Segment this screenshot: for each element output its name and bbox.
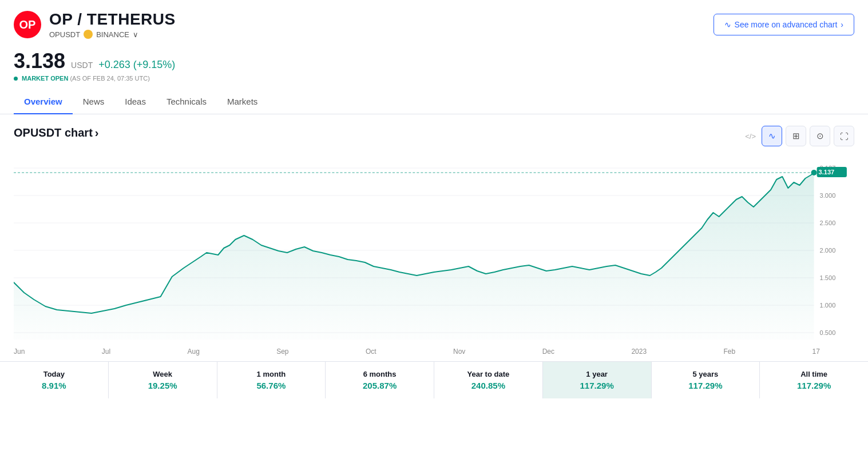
price-change: +0.263 (+9.15%) [98,59,175,71]
advanced-chart-label: See more on advanced chart [735,20,838,29]
period-ytd-label: Year to date [439,370,538,378]
period-alltime-label: All time [764,370,863,378]
period-1year[interactable]: 1 year 117.29% [543,362,652,398]
page-title: OP / TETHERUS [49,10,176,29]
x-label-sep: Sep [276,348,288,356]
period-1month-value: 56.76% [222,381,321,390]
tab-news[interactable]: News [73,90,115,114]
x-label-dec: Dec [542,348,554,356]
period-6months-label: 6 months [330,370,429,378]
x-label-aug: Aug [187,348,199,356]
binance-icon [84,30,93,39]
period-ytd-value: 240.85% [439,381,538,390]
chart-header: OPUSDT chart › </> ∿ ⊞ ⊙ ⛶ [14,126,854,146]
x-label-nov: Nov [453,348,465,356]
chart-tools: ∿ ⊞ ⊙ ⛶ [762,126,854,146]
x-label-2023: 2023 [631,348,647,356]
svg-text:1.500: 1.500 [820,274,836,281]
chart-section: OPUSDT chart › </> ∿ ⊞ ⊙ ⛶ [0,114,868,356]
market-open-label: MARKET OPEN [22,75,68,82]
chart-title-text: OPUSDT chart [14,126,93,139]
period-1year-value: 117.29% [548,381,647,390]
x-label-jun: Jun [14,348,25,356]
period-today-value: 8.91% [5,381,104,390]
period-1month[interactable]: 1 month 56.76% [217,362,326,398]
title-text: OP / TETHERUS OPUSDT BINANCE ∨ [49,10,176,39]
advanced-chart-button[interactable]: ∿ See more on advanced chart › [714,14,854,35]
x-axis: Jun Jul Aug Sep Oct Nov Dec 2023 Feb 17 [14,345,854,356]
chart-title-link[interactable]: OPUSDT chart › [14,126,98,139]
header-bar: OP OP / TETHERUS OPUSDT BINANCE ∨ ∿ See … [0,0,868,45]
tab-overview[interactable]: Overview [14,90,73,114]
period-today[interactable]: Today 8.91% [0,362,109,398]
line-chart-button[interactable]: ∿ [762,126,782,146]
period-week-value: 19.25% [113,381,212,390]
period-1year-label: 1 year [548,370,647,378]
embed-icon[interactable]: </> [745,132,756,141]
period-6months[interactable]: 6 months 205.87% [326,362,434,398]
exchange-dropdown-icon[interactable]: ∨ [133,30,138,39]
price-section: 3.138 USDT +0.263 (+9.15%) MARKET OPEN (… [0,45,868,84]
tab-markets[interactable]: Markets [217,90,268,114]
period-week-label: Week [113,370,212,378]
price-chart-svg: 3.137 3.000 2.500 2.000 1.500 1.000 0.50… [14,151,854,345]
tab-technicals[interactable]: Technicals [156,90,217,114]
svg-text:0.500: 0.500 [820,329,836,336]
period-1month-label: 1 month [222,370,321,378]
camera-button[interactable]: ⊙ [810,126,830,146]
svg-text:3.000: 3.000 [820,192,836,199]
svg-text:1.000: 1.000 [820,302,836,309]
period-6months-value: 205.87% [330,381,429,390]
price-main: 3.138 USDT +0.263 (+9.15%) [14,49,854,73]
chevron-right-icon: › [841,20,843,29]
price-value: 3.138 [14,49,65,73]
svg-text:2.500: 2.500 [820,219,836,226]
chart-title-arrow: › [95,126,99,139]
period-5years-value: 117.29% [656,381,755,390]
op-logo: OP [14,11,41,38]
subtitle: OPUSDT BINANCE ∨ [49,30,176,39]
ticker-label: OPUSDT [49,30,80,39]
period-5years-label: 5 years [656,370,755,378]
period-today-label: Today [5,370,104,378]
period-alltime-value: 117.29% [764,381,863,390]
svg-text:3.137: 3.137 [819,169,835,175]
period-5years[interactable]: 5 years 117.29% [652,362,760,398]
x-label-feb: Feb [723,348,735,356]
nav-tabs: Overview News Ideas Technicals Markets [0,90,868,114]
period-ytd[interactable]: Year to date 240.85% [434,362,543,398]
period-week[interactable]: Week 19.25% [109,362,217,398]
period-alltime[interactable]: All time 117.29% [760,362,868,398]
time-periods: Today 8.91% Week 19.25% 1 month 56.76% 6… [0,361,868,398]
title-section: OP OP / TETHERUS OPUSDT BINANCE ∨ [14,10,176,39]
chart-container: 3.137 3.000 2.500 2.000 1.500 1.000 0.50… [14,151,854,345]
market-status: MARKET OPEN (AS OF FEB 24, 07:35 UTC) [14,75,854,82]
x-label-jul: Jul [102,348,110,356]
price-unit: USDT [71,61,93,70]
chart-trend-icon: ∿ [724,20,731,29]
exchange-label: BINANCE [96,30,129,39]
x-label-17: 17 [812,348,820,356]
x-label-oct: Oct [366,348,376,356]
fullscreen-button[interactable]: ⛶ [834,126,854,146]
svg-text:2.000: 2.000 [820,247,836,254]
tab-ideas[interactable]: Ideas [114,90,156,114]
timestamp-label: (AS OF FEB 24, 07:35 UTC) [70,75,149,82]
candlestick-button[interactable]: ⊞ [786,126,806,146]
